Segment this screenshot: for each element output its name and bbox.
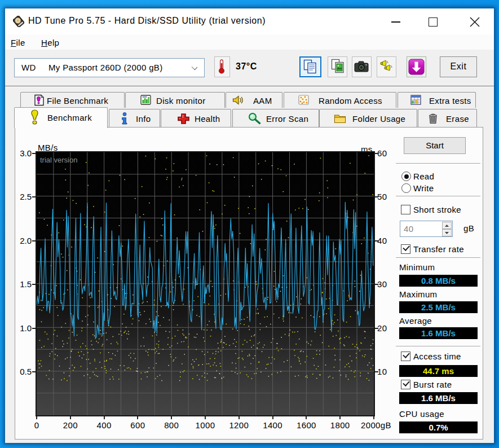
svg-text:trial version: trial version — [40, 156, 77, 164]
